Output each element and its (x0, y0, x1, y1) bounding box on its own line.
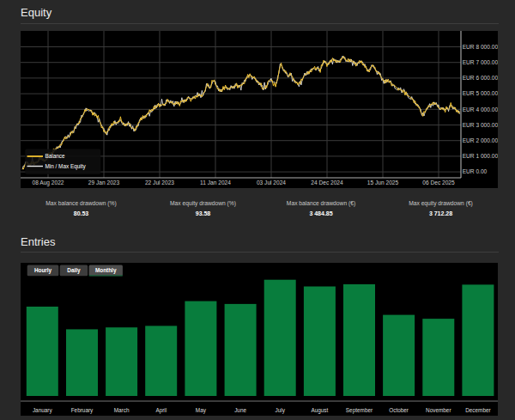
svg-text:EUR 4 000.00: EUR 4 000.00 (463, 107, 498, 113)
svg-text:EUR 7 000.00: EUR 7 000.00 (463, 59, 498, 65)
svg-text:April: April (155, 407, 167, 414)
svg-text:July: July (276, 407, 286, 414)
svg-text:February: February (71, 407, 94, 414)
svg-text:08 Aug 2022: 08 Aug 2022 (32, 180, 64, 186)
svg-text:EUR 6 000.00: EUR 6 000.00 (463, 75, 498, 81)
svg-text:November: November (426, 407, 451, 413)
svg-text:December: December (465, 407, 491, 413)
svg-text:EUR 1 000.00: EUR 1 000.00 (463, 153, 498, 159)
svg-text:03 Jul 2024: 03 Jul 2024 (257, 180, 286, 186)
svg-text:29 Jan 2023: 29 Jan 2023 (88, 180, 120, 186)
svg-text:EUR 8 000.00: EUR 8 000.00 (463, 44, 498, 50)
svg-text:24 Dec 2024: 24 Dec 2024 (311, 180, 343, 186)
svg-text:Min / Max Equity: Min / Max Equity (45, 163, 87, 170)
svg-text:EUR 2 000.00: EUR 2 000.00 (463, 137, 498, 143)
svg-text:June: June (234, 407, 246, 413)
svg-text:January: January (33, 407, 53, 414)
svg-text:22 Jul 2023: 22 Jul 2023 (145, 180, 174, 186)
svg-text:October: October (389, 407, 409, 413)
svg-text:EUR 0.00: EUR 0.00 (463, 168, 488, 174)
svg-text:06 Dec 2025: 06 Dec 2025 (422, 180, 455, 186)
svg-text:EUR 5 000.00: EUR 5 000.00 (463, 90, 498, 96)
svg-text:15 Jun 2025: 15 Jun 2025 (367, 180, 399, 186)
svg-text:August: August (311, 407, 328, 414)
svg-text:Balance: Balance (45, 153, 66, 159)
svg-text:EUR 3 000.00: EUR 3 000.00 (463, 122, 498, 128)
svg-text:Monthly: Monthly (95, 267, 117, 274)
svg-text:March: March (114, 407, 130, 413)
svg-text:Hourly: Hourly (34, 267, 52, 274)
svg-text:May: May (196, 407, 207, 414)
svg-text:11 Jan 2024: 11 Jan 2024 (200, 180, 231, 186)
svg-text:Daily: Daily (67, 267, 81, 274)
svg-text:September: September (346, 407, 373, 414)
